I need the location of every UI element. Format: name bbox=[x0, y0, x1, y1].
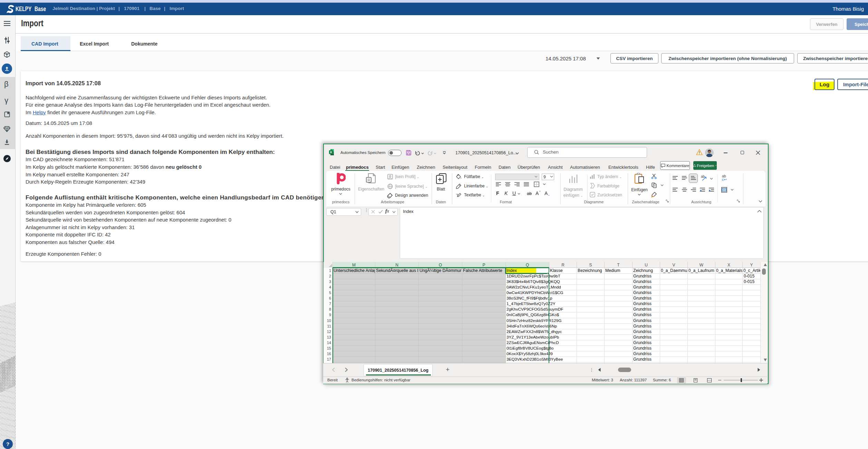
svg-text:X: X bbox=[330, 150, 332, 154]
svg-text:ab: ab bbox=[701, 175, 705, 178]
